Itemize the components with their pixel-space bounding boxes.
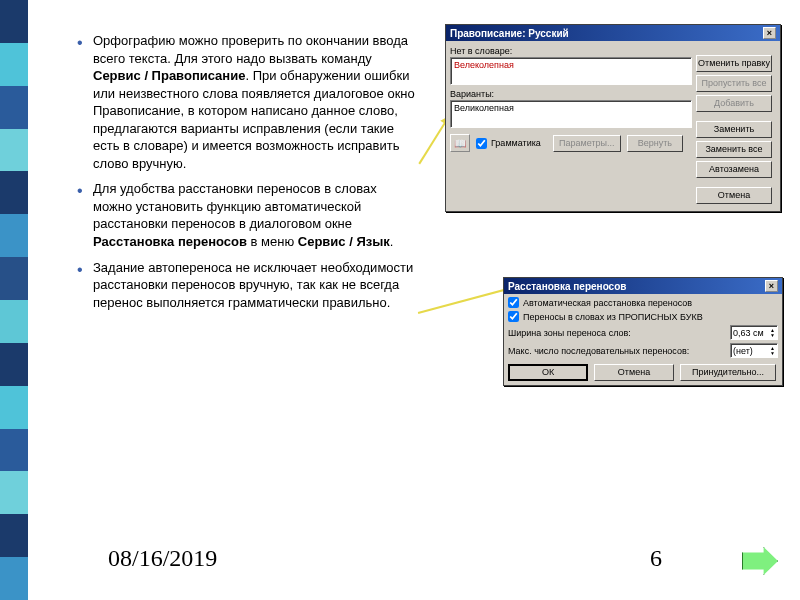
bullet-item: Для удобства расстановки переносов в сло… — [93, 180, 415, 250]
force-button[interactable]: Принудительно... — [680, 364, 776, 381]
undo-edit-button[interactable]: Отменить правку — [696, 55, 772, 72]
auto-hyphen-checkbox[interactable]: Автоматическая расстановка переносов — [508, 297, 778, 308]
cancel-button[interactable]: Отмена — [696, 187, 772, 204]
grammar-checkbox[interactable]: Грамматика — [476, 138, 541, 149]
book-icon[interactable]: 📖 — [450, 134, 470, 152]
left-stripe — [0, 0, 28, 600]
revert-button[interactable]: Вернуть — [627, 135, 683, 152]
hyphenation-dialog: Расстановка переносов × Автоматическая р… — [503, 277, 783, 386]
dialog-titlebar-2: Расстановка переносов × — [504, 278, 782, 294]
caps-hyphen-checkbox[interactable]: Переносы в словах из ПРОПИСНЫХ БУКВ — [508, 311, 778, 322]
max-field[interactable]: (нет) ▲▼ — [730, 343, 778, 358]
variants-list[interactable]: Великолепная — [450, 100, 692, 128]
wrong-word-field[interactable]: Велеколепная — [450, 57, 692, 85]
max-label: Макс. число последовательных переносов: — [508, 346, 689, 356]
width-field[interactable]: 0,63 см ▲▼ — [730, 325, 778, 340]
add-button[interactable]: Добавить — [696, 95, 772, 112]
autofix-button[interactable]: Автозамена — [696, 161, 772, 178]
label-variants: Варианты: — [450, 89, 692, 99]
grammar-checkbox-input[interactable] — [476, 138, 487, 149]
label-not-in-dict: Нет в словаре: — [450, 46, 692, 56]
footer-date: 08/16/2019 — [108, 545, 217, 572]
dialog-titlebar: Правописание: Русский × — [446, 25, 780, 41]
bullet-list: Орфографию можно проверить по окончании … — [75, 32, 415, 319]
replace-all-button[interactable]: Заменить все — [696, 141, 772, 158]
spinner-icon[interactable]: ▲▼ — [770, 346, 775, 356]
arrow-line-2 — [418, 286, 515, 313]
cancel-button-2[interactable]: Отмена — [594, 364, 674, 381]
caps-hyphen-input[interactable] — [508, 311, 519, 322]
skip-all-button[interactable]: Пропустить все — [696, 75, 772, 92]
close-icon[interactable]: × — [763, 27, 776, 39]
arrow-line-1 — [418, 121, 446, 164]
bullet-item: Орфографию можно проверить по окончании … — [93, 32, 415, 172]
slide: Орфографию можно проверить по окончании … — [0, 0, 800, 600]
auto-hyphen-input[interactable] — [508, 297, 519, 308]
params-button[interactable]: Параметры... — [553, 135, 621, 152]
close-icon[interactable]: × — [765, 280, 778, 292]
spellcheck-dialog: Правописание: Русский × Нет в словаре: В… — [445, 24, 781, 212]
ok-button[interactable]: ОК — [508, 364, 588, 381]
spinner-icon[interactable]: ▲▼ — [770, 328, 775, 338]
bullet-item: Задание автопереноса не исключает необхо… — [93, 259, 415, 312]
width-label: Ширина зоны переноса слов: — [508, 328, 631, 338]
page-number: 6 — [650, 545, 662, 572]
next-arrow-icon[interactable] — [742, 547, 778, 575]
dialog-title-2: Расстановка переносов — [508, 281, 626, 292]
replace-button[interactable]: Заменить — [696, 121, 772, 138]
dialog-title: Правописание: Русский — [450, 28, 569, 39]
